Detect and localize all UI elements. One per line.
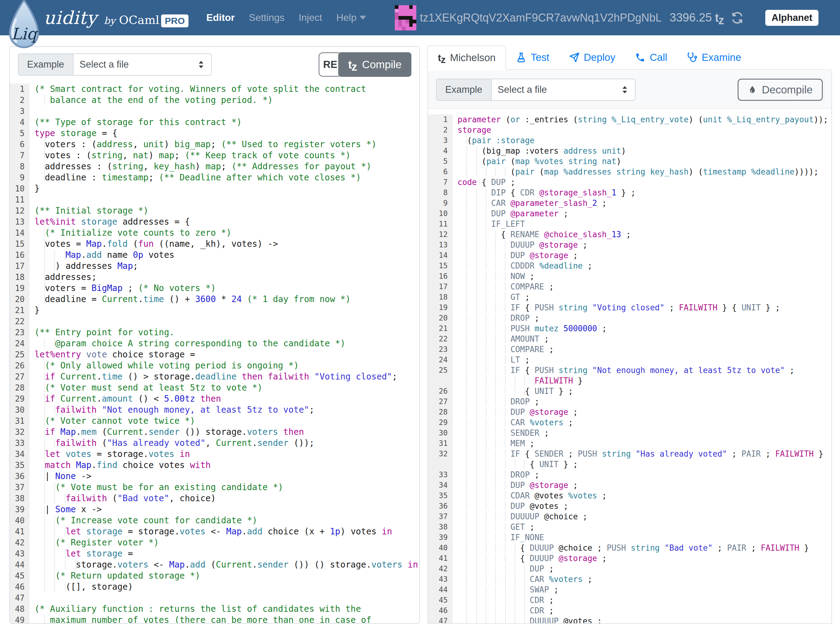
code-line: 16 NOW ; [428, 271, 831, 281]
code-line: 43 let storage = [10, 548, 419, 559]
line-number: 9 [10, 172, 30, 183]
line-number: 11 [428, 219, 453, 229]
tab-test[interactable]: Test [506, 46, 559, 69]
line-number: 23 [428, 344, 453, 355]
code-line: 31 MEM ; [428, 438, 831, 449]
send-icon [569, 52, 579, 63]
code-line: 38 failwith ("Bad vote", choice) [10, 493, 419, 504]
nav-item-help[interactable]: Help [336, 12, 366, 24]
line-number: 12 [10, 205, 30, 216]
line-number: 46 [428, 605, 453, 616]
line-number: 26 [10, 360, 30, 371]
line-number: 15 [10, 238, 30, 249]
line-number: 1 [10, 84, 30, 95]
code-line: 39 IF_NONE [428, 532, 831, 543]
code-line: 45 (* Return updated storage *) [10, 570, 419, 582]
line-number: 30 [428, 428, 453, 438]
code-line: 12 { RENAME @choice_slash_13 ; [428, 229, 831, 240]
tab-michelson[interactable]: tzMichelson [427, 46, 506, 70]
code-line: 21 PUSH mutez 5000000 ; [428, 323, 831, 334]
line-number: 16 [428, 271, 453, 281]
line-number: 4 [428, 146, 453, 156]
code-line: 36 | None -> [10, 471, 419, 482]
tab-label: Examine [702, 52, 741, 63]
code-line: 5type storage = { [10, 128, 419, 139]
network-badge: Alphanet [765, 10, 818, 26]
nav-item-settings[interactable]: Settings [249, 12, 285, 24]
line-number: 49 [10, 615, 30, 623]
code-line: 23 COMPARE ; [428, 344, 831, 355]
line-number: 21 [428, 323, 453, 334]
line-number: 37 [10, 482, 30, 493]
tab-deploy[interactable]: Deploy [559, 46, 625, 69]
line-number: 17 [428, 281, 453, 292]
line-number: 39 [428, 532, 453, 543]
left-file-select[interactable]: Select a file [73, 54, 212, 76]
line-number: 36 [10, 471, 30, 482]
code-line: 7 votes : (string, nat) map; (** Keep tr… [10, 150, 419, 161]
code-line: 31 (* Voter cannot vote twice *) [10, 415, 419, 427]
decompile-button[interactable]: Decompile [737, 79, 823, 101]
line-number: 30 [10, 404, 30, 415]
logo-liq-text: Liq [11, 25, 39, 43]
main-menu: EditorSettingsInjectHelp [206, 12, 366, 24]
line-number: 38 [428, 522, 453, 532]
code-line: 18 GT ; [428, 292, 831, 303]
nav-item-inject[interactable]: Inject [298, 12, 322, 24]
code-line: 15 votes = Map.fold (fun ((name, _kh), v… [10, 238, 419, 249]
account-avatar [395, 5, 417, 30]
line-number: 11 [10, 194, 30, 205]
code-line: 9 CAR @parameter_slash_2 ; [428, 198, 831, 208]
line-number: 18 [10, 272, 30, 283]
line-number: 19 [10, 283, 30, 294]
code-line: 24 LT ; [428, 355, 831, 365]
code-line: 38 GET ; [428, 522, 831, 532]
line-number: 45 [10, 570, 30, 582]
refresh-balance-icon[interactable] [731, 11, 744, 24]
code-line: 33 failwith ("Has already voted", Curren… [10, 438, 419, 449]
line-number: 29 [428, 417, 453, 428]
code-line: 46 CDR ; [428, 605, 831, 616]
line-number: 32 [428, 449, 453, 459]
example-label: Example [18, 54, 73, 76]
code-line: 39 | Some x -> [10, 504, 419, 515]
line-number: 29 [10, 393, 30, 404]
code-line: 5 (pair (map %votes string nat) [428, 156, 831, 167]
left-toolbar: Example Select a file RE tz Compile [10, 47, 419, 83]
line-number: 33 [10, 438, 30, 449]
line-number: 8 [10, 161, 30, 172]
line-number: 38 [10, 493, 30, 504]
code-line: 22 AMOUNT ; [428, 334, 831, 344]
code-line: 14 (* Initialize vote counts to zero *) [10, 227, 419, 238]
line-number: 14 [10, 227, 30, 238]
michelson-panel: Example Select a file Decompile 1paramet… [427, 71, 832, 624]
line-number: 43 [10, 548, 30, 559]
right-file-select[interactable]: Select a file [491, 79, 636, 101]
account-info: tz1XEKgRQtqV2XamF9CR7avwNq1V2hPDgNbL 339… [395, 5, 744, 30]
code-line: 41 { DUUUP @storage ; [428, 553, 831, 564]
liquidity-code-editor[interactable]: 1(* Smart contract for voting. Winners o… [10, 83, 419, 623]
code-line: 20 deadline = Current.time () + 3600 * 2… [10, 294, 419, 305]
code-line: 42 (* Register voter *) [10, 537, 419, 548]
line-number: 27 [428, 396, 453, 407]
compile-button[interactable]: tz Compile [338, 52, 411, 77]
right-tab-bar: tzMichelsonTestDeployCallExamine [427, 46, 832, 70]
line-number: 35 [10, 460, 30, 471]
michelson-code-editor[interactable]: 1parameter (or :_entries (string %_Liq_e… [428, 109, 831, 623]
line-number [428, 375, 453, 386]
code-line: 35 match Map.find choice votes with [10, 460, 419, 471]
line-number: 6 [428, 167, 453, 177]
code-line: 6 (pair (map %addresses string key_hash)… [428, 167, 831, 177]
tab-examine[interactable]: Examine [677, 46, 751, 69]
code-line: 1parameter (or :_entries (string %_Liq_e… [428, 114, 831, 125]
line-number: 1 [428, 114, 453, 125]
code-line: 11 IF_LEFT [428, 219, 831, 229]
line-number: 23 [10, 327, 30, 338]
brand[interactable]: uidity by OCaml PRO [44, 7, 188, 28]
line-number: 33 [428, 470, 453, 480]
tab-call[interactable]: Call [625, 46, 677, 69]
tab-label: Michelson [450, 52, 496, 64]
code-line: { UNIT } ; [428, 459, 831, 470]
code-line: 18 addresses; [10, 272, 419, 283]
nav-item-editor[interactable]: Editor [206, 12, 235, 24]
